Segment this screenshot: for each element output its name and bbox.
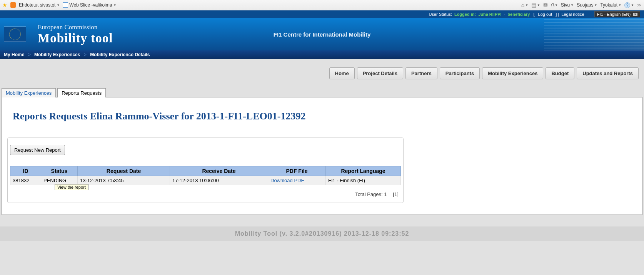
breadcrumb-sep: > (84, 52, 87, 57)
footer-version: Mobility Tool (v. 3.2.0#20130916) 2013-1… (0, 226, 644, 241)
col-status: Status (41, 166, 78, 176)
breadcrumb: My Home > Mobility Experiences > Mobilit… (0, 50, 644, 59)
ie-page-icon (63, 2, 68, 8)
cell-request-date: 13-12-2013 7:53:45 (78, 176, 170, 185)
eu-flag-icon (4, 27, 26, 42)
logout-link[interactable]: Log out (538, 12, 552, 17)
reports-box: Request New Report ID Status Request Dat… (7, 138, 404, 203)
col-report-language: Report Language (326, 166, 401, 176)
col-request-date: Request Date (78, 166, 170, 176)
nav-home[interactable]: Home (329, 67, 355, 79)
mail-icon[interactable]: ✉ (543, 2, 548, 8)
suggested-sites-label: Ehdotetut sivustot (19, 2, 55, 8)
cell-receive-date: 17-12-2013 10:06:00 (170, 176, 268, 185)
page-menu[interactable]: Sivu▼ (561, 2, 574, 8)
browser-toolbar: ★ Ehdotetut sivustot ▼ Web Slice -valiko… (0, 0, 644, 10)
col-pdf-file: PDF File (268, 166, 326, 176)
user-status-label: User Status: (429, 12, 452, 17)
nav-updates-reports[interactable]: Updates and Reports (577, 67, 639, 79)
user-role: beneficiary (507, 12, 530, 17)
web-slice-link[interactable]: Web Slice -valikoima ▼ (63, 2, 116, 8)
legal-notice-link[interactable]: Legal notice (561, 12, 584, 17)
bracket: [ (532, 12, 536, 17)
logged-in-label: Logged in: (454, 12, 476, 17)
dash: - (504, 12, 506, 17)
col-id: ID (10, 166, 41, 176)
tabs: Mobility Experiences Reports Requests (0, 88, 644, 97)
cell-report-language: FI1 - Finnish (FI) (326, 176, 401, 185)
language-label: FI1 - English (EN) (597, 12, 631, 17)
bracket: ] | (554, 12, 559, 17)
content-panel: Reports Requests Elina Rammo-Visser for … (2, 97, 642, 215)
home-icon[interactable]: ⌂▼ (521, 2, 528, 8)
status-bar: User Status: Logged in: Juha RIIPPI - be… (0, 10, 644, 18)
nav-budget[interactable]: Budget (546, 67, 574, 79)
tooltip-view-report: View the report (55, 184, 88, 190)
col-receive-date: Receive Date (170, 166, 268, 176)
security-menu[interactable]: Suojaus▼ (577, 2, 597, 8)
banner: European Commission Mobility tool FI1 Ce… (0, 18, 644, 50)
chevron-down-icon: ▼ (113, 3, 116, 7)
request-new-report-button[interactable]: Request New Report (10, 145, 65, 155)
nav-mobility-experiences[interactable]: Mobility Experiences (482, 67, 543, 79)
page-title: Reports Requests Elina Rammo-Visser for … (13, 111, 637, 122)
brand: European Commission Mobility tool (38, 23, 113, 45)
banner-center-title: FI1 Centre for International Mobility (274, 31, 371, 38)
cell-id: 381832 (10, 176, 41, 185)
brand-ec: European Commission (38, 23, 113, 31)
nav-row: Home Project Details Partners Participan… (0, 59, 644, 84)
tab-reports-requests[interactable]: Reports Requests (57, 88, 106, 97)
brand-tool: Mobility tool (38, 31, 113, 45)
nav-project-details[interactable]: Project Details (357, 67, 403, 79)
chevron-down-icon: ▼ (57, 3, 60, 7)
web-slice-label: Web Slice -valikoima (69, 2, 112, 8)
page-menu-label: Sivu (561, 2, 570, 8)
breadcrumb-home[interactable]: My Home (4, 52, 24, 57)
nav-partners[interactable]: Partners (405, 67, 437, 79)
table-row: 381832 PENDING 13-12-2013 7:53:45 17-12-… (10, 176, 401, 185)
shield-icon (10, 2, 16, 8)
favorites-star-icon[interactable]: ★ (2, 2, 7, 8)
tab-mobility-experiences[interactable]: Mobility Experiences (2, 88, 56, 97)
cell-status: PENDING (41, 176, 78, 185)
reports-table: ID Status Request Date Receive Date PDF … (10, 166, 401, 185)
nav-participants[interactable]: Participants (440, 67, 480, 79)
tools-menu[interactable]: Työkalut▼ (600, 2, 621, 8)
security-menu-label: Suojaus (577, 2, 593, 8)
pager-page[interactable]: [1] (393, 191, 399, 197)
print-icon[interactable]: ⎙▼ (551, 2, 558, 8)
chevron-down-icon: ▼ (633, 13, 637, 16)
user-name: Juha RIIPPI (478, 12, 502, 17)
breadcrumb-l2: Mobility Experience Details (90, 52, 150, 57)
help-icon[interactable]: ?▼ (624, 2, 634, 8)
overflow-icon[interactable]: ≫ (637, 3, 642, 8)
rss-icon[interactable]: ▤▼ (531, 2, 540, 8)
building-graphic (544, 18, 644, 50)
suggested-sites-link[interactable]: Ehdotetut sivustot ▼ (19, 2, 60, 8)
breadcrumb-l1[interactable]: Mobility Experiences (34, 52, 80, 57)
breadcrumb-sep: > (28, 52, 31, 57)
pager-total: Total Pages: 1 (355, 191, 387, 197)
download-pdf-link[interactable]: Download PDF (268, 176, 326, 185)
tools-menu-label: Työkalut (600, 2, 617, 8)
language-selector[interactable]: FI1 - English (EN) ▼ (594, 11, 640, 17)
